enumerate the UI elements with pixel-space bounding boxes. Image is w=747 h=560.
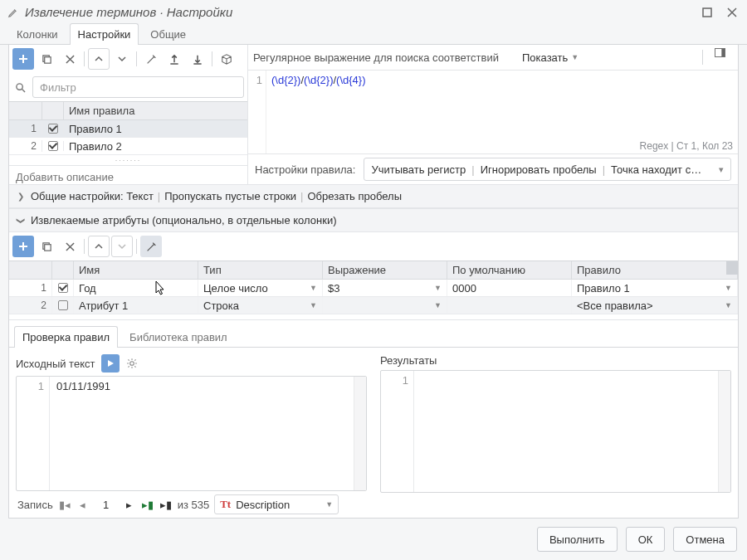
rule-settings-label: Настройки правила: (255, 163, 355, 176)
export-button[interactable] (164, 48, 185, 70)
main-tabs: Колонки Настройки Общие (0, 22, 747, 45)
ok-button[interactable]: ОК (626, 527, 666, 552)
show-dropdown[interactable]: Показать▼ (522, 51, 579, 64)
table-resize-grip[interactable]: ······· (9, 155, 247, 165)
rules-row[interactable]: 1 Правило 1 (9, 120, 247, 138)
pager-prev-button[interactable]: ◂ (76, 499, 90, 511)
chevron-right-icon: ❯ (16, 192, 26, 201)
rule-checkbox[interactable] (48, 124, 58, 134)
section-general-settings[interactable]: ❯ Общие настройки: Текст|Пропускать пуст… (9, 185, 738, 208)
copy-attr-button[interactable] (36, 236, 57, 257)
tab-test-rules[interactable]: Проверка правил (14, 326, 118, 348)
regex-editor[interactable]: 1 (\d{2})/(\d{2})/(\d{4}) Regex | Ст 1, … (248, 71, 738, 153)
svg-rect-5 (721, 49, 725, 56)
pencil-icon (7, 6, 20, 19)
svg-rect-0 (703, 8, 711, 17)
test-tabs: Проверка правил Библиотека правил (9, 319, 738, 348)
pager-first-button[interactable]: ▮◂ (58, 499, 71, 511)
copy-rule-button[interactable] (36, 48, 57, 70)
rule-description-input[interactable] (16, 171, 241, 183)
svg-rect-7 (44, 244, 50, 250)
record-pager: Запись ▮◂ ◂ 1 ▸ ▸▮ ▸▮ из 535 TtDescripti… (16, 491, 367, 516)
rules-row[interactable]: 2 Правило 2 (9, 138, 247, 155)
tab-rules-library[interactable]: Библиотека правил (121, 326, 236, 348)
add-rule-button[interactable] (12, 48, 34, 70)
attr-checkbox[interactable] (58, 283, 68, 293)
section-extracted-attrs[interactable]: ❯ Извлекаемые атрибуты (опционально, в о… (9, 209, 738, 232)
pager-next-button[interactable]: ▸ (123, 499, 136, 511)
pager-last-button[interactable]: ▸▮ (159, 499, 173, 511)
attrs-toolbar (9, 232, 738, 261)
maximize-icon[interactable] (701, 6, 714, 19)
attr-move-up-button[interactable] (88, 236, 110, 257)
wand-rule-button[interactable] (140, 48, 162, 70)
move-down-button[interactable] (111, 48, 133, 70)
cancel-button[interactable]: Отмена (673, 527, 737, 552)
source-text-editor[interactable]: 1 01/11/1991 (16, 376, 367, 491)
rules-filter-input[interactable] (32, 76, 244, 98)
delete-attr-button[interactable] (59, 236, 81, 257)
attr-checkbox[interactable] (58, 300, 68, 310)
rules-header-name: Имя правила (64, 102, 247, 119)
results-label: Результаты (380, 354, 437, 367)
tab-general[interactable]: Общие (142, 23, 194, 45)
pager-number[interactable]: 1 (95, 499, 118, 511)
window-title: Извлечение терминов · Настройки (25, 5, 232, 19)
source-text-label: Исходный текст (16, 358, 95, 370)
svg-rect-2 (44, 56, 50, 62)
title-bar: Извлечение терминов · Настройки (0, 0, 747, 22)
rules-table: Имя правила 1 Правило 1 2 Правило 2 ····… (9, 101, 247, 165)
panel-toggle-button[interactable] (715, 48, 733, 66)
move-up-button[interactable] (88, 48, 110, 70)
add-attr-button[interactable] (12, 236, 34, 257)
attrs-row[interactable]: 1 Год Целое число▼ $3▼ 0000 Правило 1▼ (9, 280, 738, 297)
regex-label: Регулярное выражение для поиска соответс… (253, 51, 499, 64)
scrollbar-thumb[interactable] (726, 261, 738, 275)
run-test-button[interactable] (101, 354, 120, 373)
attrs-table: Имя Тип Выражение По умолчанию Правило 1… (9, 261, 738, 314)
pager-field-select[interactable]: TtDescription▼ (214, 494, 339, 514)
close-icon[interactable] (725, 6, 739, 19)
regex-header: Регулярное выражение для поиска соответс… (248, 45, 738, 71)
svg-point-3 (16, 83, 22, 89)
search-icon (12, 82, 27, 93)
pager-end-button[interactable]: ▸▮ (141, 499, 154, 511)
test-settings-button[interactable] (126, 358, 138, 369)
tab-columns[interactable]: Колонки (8, 23, 66, 45)
attr-move-down-button[interactable] (111, 236, 133, 257)
rule-checkbox[interactable] (48, 141, 58, 151)
chevron-down-icon: ❯ (17, 216, 26, 226)
rule-settings-select[interactable]: Учитывать регистр| Игнорировать пробелы|… (364, 158, 731, 181)
tab-settings[interactable]: Настройки (70, 23, 139, 45)
execute-button[interactable]: Выполнить (537, 527, 618, 552)
regex-status: Regex | Ст 1, Кол 23 (640, 140, 733, 152)
attrs-row[interactable]: 2 Атрибут 1 Строка▼ ▼ <Все правила>▼ (9, 297, 738, 314)
scrollbar[interactable] (718, 371, 730, 492)
import-button[interactable] (187, 48, 208, 70)
edit-attr-button[interactable] (140, 236, 162, 257)
dialog-footer: Выполнить ОК Отмена (0, 519, 747, 560)
results-editor[interactable]: 1 (380, 370, 731, 493)
delete-rule-button[interactable] (59, 48, 81, 70)
rules-toolbar (9, 45, 247, 73)
scrollbar[interactable] (354, 377, 366, 490)
package-button[interactable] (216, 48, 237, 70)
